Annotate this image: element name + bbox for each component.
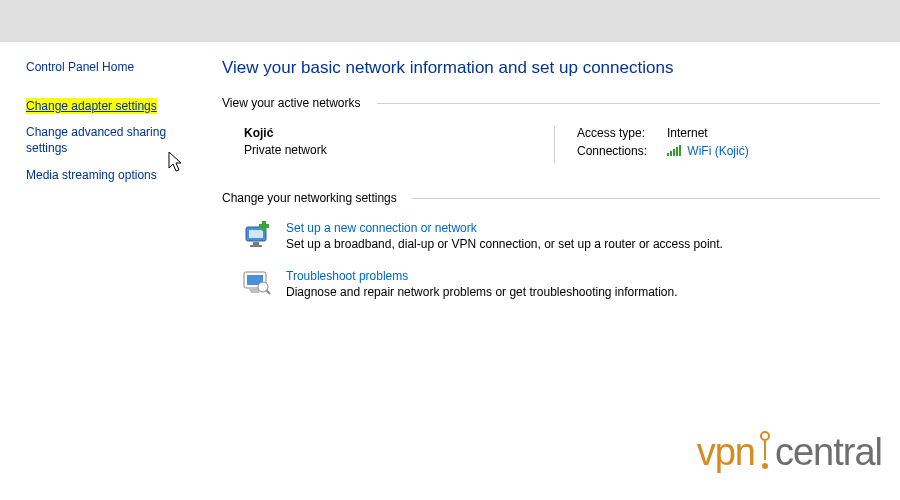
svg-rect-7	[253, 242, 259, 245]
wifi-signal-icon	[667, 145, 681, 159]
connections-label: Connections:	[577, 144, 667, 159]
network-type: Private network	[244, 143, 544, 157]
network-identity: Kojić Private network	[244, 126, 554, 163]
page-title: View your basic network information and …	[222, 58, 880, 78]
watermark-right: central	[775, 431, 882, 474]
svg-rect-4	[679, 145, 681, 156]
svg-rect-8	[250, 245, 262, 247]
troubleshoot-desc: Diagnose and repair network problems or …	[286, 285, 880, 299]
change-settings-header: Change your networking settings	[222, 191, 880, 205]
active-network-block: Kojić Private network Access type: Inter…	[244, 126, 880, 163]
svg-rect-2	[673, 149, 675, 156]
task-troubleshoot[interactable]: Troubleshoot problems Diagnose and repai…	[240, 269, 880, 299]
network-details: Access type: Internet Connections:	[554, 126, 880, 163]
active-networks-header: View your active networks	[222, 96, 880, 110]
svg-rect-10	[259, 224, 269, 228]
svg-rect-1	[670, 151, 672, 156]
svg-point-14	[761, 432, 769, 440]
change-advanced-sharing-link[interactable]: Change advanced sharing settings	[26, 124, 204, 156]
task-setup-connection[interactable]: Set up a new connection or network Set u…	[240, 221, 880, 251]
svg-rect-6	[249, 230, 263, 238]
network-name: Kojić	[244, 126, 544, 140]
access-type-label: Access type:	[577, 126, 667, 140]
troubleshoot-link[interactable]: Troubleshoot problems	[286, 269, 408, 283]
control-panel-home-link[interactable]: Control Panel Home	[26, 60, 204, 74]
setup-connection-link[interactable]: Set up a new connection or network	[286, 221, 477, 235]
change-adapter-settings-link[interactable]: Change adapter settings	[26, 98, 157, 114]
watermark-divider-icon	[759, 430, 771, 474]
vpncentral-watermark: vpn central	[697, 430, 882, 474]
sidebar: Control Panel Home Change adapter settin…	[0, 42, 210, 500]
svg-rect-3	[676, 147, 678, 156]
access-type-value: Internet	[667, 126, 708, 140]
watermark-left: vpn	[697, 431, 755, 474]
svg-rect-0	[667, 153, 669, 156]
troubleshoot-icon	[240, 269, 272, 299]
svg-point-16	[762, 463, 768, 469]
setup-connection-desc: Set up a broadband, dial-up or VPN conne…	[286, 237, 880, 251]
setup-connection-icon	[240, 221, 272, 251]
media-streaming-options-link[interactable]: Media streaming options	[26, 167, 157, 183]
wifi-connection-link[interactable]: WiFi (Kojić)	[687, 144, 748, 158]
